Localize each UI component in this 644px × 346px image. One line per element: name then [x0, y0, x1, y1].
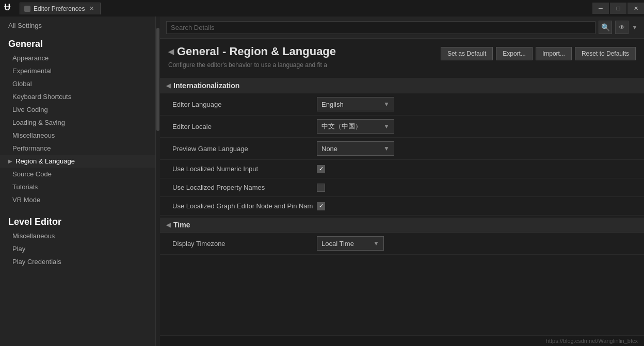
- sidebar-item-experimental[interactable]: Experimental: [0, 64, 155, 77]
- time-section-title[interactable]: ◀ Time: [160, 218, 644, 233]
- use-localized-property-names-row: Use Localized Property Names: [160, 178, 644, 197]
- editor-language-label: Editor Language: [172, 101, 317, 108]
- experimental-label: Experimental: [12, 67, 52, 75]
- use-localized-numeric-input-checkbox[interactable]: ✓: [317, 165, 325, 173]
- display-timezone-dropdown[interactable]: Local Time ▼: [317, 236, 384, 251]
- display-timezone-dropdown-arrow-icon: ▼: [373, 240, 379, 247]
- sidebar-item-live-coding[interactable]: Live Coding: [0, 103, 155, 116]
- editor-language-dropdown[interactable]: English ▼: [317, 97, 394, 111]
- graph-editor-checkbox-check-icon: ✓: [319, 203, 324, 209]
- keyboard-shortcuts-label: Keyboard Shortcuts: [12, 93, 71, 101]
- maximize-button[interactable]: □: [610, 3, 626, 14]
- sidebar-item-source-code[interactable]: Source Code: [0, 168, 155, 180]
- tab-title: Editor Preferences: [34, 5, 85, 12]
- sidebar-item-tutorials[interactable]: Tutorials: [0, 180, 155, 193]
- miscellaneous-label: Miscellaneous: [12, 131, 55, 139]
- eye-icon: 👁: [619, 24, 625, 31]
- tutorials-label: Tutorials: [12, 183, 38, 191]
- editor-locale-row: Editor Locale 中文（中国） ▼: [160, 116, 644, 138]
- preview-game-language-value: None: [321, 145, 337, 153]
- minimize-button[interactable]: ─: [592, 3, 609, 14]
- use-localized-graph-editor-checkbox[interactable]: ✓: [317, 202, 325, 210]
- sidebar-item-region-language[interactable]: ▶ Region & Language: [0, 155, 155, 168]
- content-title: ◀ General - Region & Language: [168, 45, 336, 58]
- sidebar: All Settings General Appearance Experime…: [0, 17, 156, 346]
- sidebar-item-performance[interactable]: Performance: [0, 142, 155, 155]
- editor-locale-dropdown-arrow-icon: ▼: [383, 123, 390, 130]
- reset-to-defaults-button[interactable]: Reset to Defaults: [575, 47, 636, 60]
- all-settings-button[interactable]: All Settings: [0, 17, 155, 35]
- title-collapse-arrow-icon: ◀: [168, 47, 174, 56]
- main-container: All Settings General Appearance Experime…: [0, 17, 644, 346]
- import-button[interactable]: Import...: [536, 47, 572, 60]
- search-icon-button[interactable]: 🔍: [599, 21, 612, 34]
- vr-mode-label: VR Mode: [12, 196, 40, 204]
- sidebar-item-appearance[interactable]: Appearance: [0, 52, 155, 64]
- sidebar-item-miscellaneous[interactable]: Miscellaneous: [0, 129, 155, 142]
- set-as-default-button[interactable]: Set as Default: [441, 47, 493, 60]
- internationalization-section-title[interactable]: ◀ Internationalization: [160, 78, 644, 93]
- region-language-arrow-icon: ▶: [8, 158, 12, 164]
- eye-dropdown-arrow[interactable]: ▼: [632, 24, 638, 31]
- live-coding-label: Live Coding: [12, 106, 48, 113]
- ue-logo-icon: Ʉ: [4, 3, 15, 14]
- use-localized-graph-editor-label: Use Localized Graph Editor Node and Pin …: [172, 202, 317, 210]
- use-localized-property-names-control: [317, 184, 636, 192]
- editor-language-dropdown-arrow-icon: ▼: [383, 101, 390, 108]
- eye-icon-button[interactable]: 👁: [615, 21, 629, 34]
- tab-gear-icon: [24, 6, 30, 12]
- general-section-header: General: [0, 35, 155, 52]
- editor-language-control: English ▼: [317, 97, 636, 111]
- sidebar-item-le-miscellaneous[interactable]: Miscellaneous: [0, 229, 155, 242]
- sidebar-item-play[interactable]: Play: [0, 242, 155, 255]
- play-credentials-label: Play Credentials: [12, 258, 61, 266]
- internationalization-collapse-icon: ◀: [166, 83, 170, 89]
- display-timezone-label: Display Timezone: [172, 240, 317, 248]
- use-localized-graph-editor-control: ✓: [317, 202, 636, 210]
- title-bar: Ʉ Editor Preferences ✕ ─ □ ✕: [0, 0, 644, 17]
- display-timezone-control: Local Time ▼: [317, 236, 636, 251]
- preview-game-language-dropdown[interactable]: None ▼: [317, 141, 394, 156]
- sidebar-item-play-credentials[interactable]: Play Credentials: [0, 255, 155, 268]
- use-localized-graph-editor-row: Use Localized Graph Editor Node and Pin …: [160, 197, 644, 216]
- preview-game-language-control: None ▼: [317, 141, 636, 156]
- content-description: Configure the editor's behavior to use a…: [168, 61, 336, 69]
- window-controls[interactable]: ─ □ ✕: [592, 3, 644, 14]
- export-button[interactable]: Export...: [496, 47, 533, 60]
- le-miscellaneous-label: Miscellaneous: [12, 232, 55, 240]
- sidebar-item-global[interactable]: Global: [0, 77, 155, 90]
- appearance-label: Appearance: [12, 54, 49, 62]
- close-button[interactable]: ✕: [627, 3, 644, 14]
- use-localized-numeric-input-control: ✓: [317, 165, 636, 173]
- title-bar-left: Ʉ Editor Preferences ✕: [4, 3, 101, 14]
- footer-url: https://blog.csdn.net/Wanglinlin_bfcx: [546, 338, 638, 344]
- editor-locale-label: Editor Locale: [172, 123, 317, 130]
- sidebar-scrollbar[interactable]: [156, 17, 160, 346]
- play-label: Play: [12, 245, 25, 253]
- use-localized-property-names-checkbox[interactable]: [317, 184, 325, 192]
- level-editor-section-header: Level Editor: [0, 212, 155, 229]
- editor-locale-dropdown[interactable]: 中文（中国） ▼: [317, 119, 394, 134]
- internationalization-section: ◀ Internationalization Editor Language E…: [160, 78, 644, 216]
- region-language-label: Region & Language: [15, 157, 75, 165]
- editor-language-value: English: [321, 101, 344, 108]
- internationalization-title: Internationalization: [173, 81, 239, 90]
- content-header: ◀ General - Region & Language Configure …: [160, 39, 644, 78]
- preview-game-language-dropdown-arrow-icon: ▼: [383, 145, 390, 152]
- content-area: 🔍 👁 ▼ ◀ General - Region & Language Conf…: [160, 17, 644, 346]
- content-title-text: General - Region & Language: [177, 45, 336, 58]
- display-timezone-value: Local Time: [321, 240, 354, 248]
- use-localized-numeric-input-row: Use Localized Numeric Input ✓: [160, 160, 644, 178]
- sidebar-item-vr-mode[interactable]: VR Mode: [0, 193, 155, 206]
- editor-preferences-tab[interactable]: Editor Preferences ✕: [20, 3, 101, 14]
- search-input[interactable]: [166, 21, 595, 34]
- sidebar-scrollbar-thumb[interactable]: [156, 28, 159, 131]
- sidebar-item-loading-saving[interactable]: Loading & Saving: [0, 116, 155, 129]
- loading-saving-label: Loading & Saving: [12, 119, 65, 126]
- checkbox-check-icon: ✓: [319, 166, 324, 172]
- tab-close-button[interactable]: ✕: [88, 5, 95, 12]
- settings-content: ◀ Internationalization Editor Language E…: [160, 78, 644, 335]
- time-collapse-icon: ◀: [166, 222, 170, 228]
- time-section: ◀ Time Display Timezone Local Time ▼: [160, 218, 644, 255]
- sidebar-item-keyboard-shortcuts[interactable]: Keyboard Shortcuts: [0, 90, 155, 103]
